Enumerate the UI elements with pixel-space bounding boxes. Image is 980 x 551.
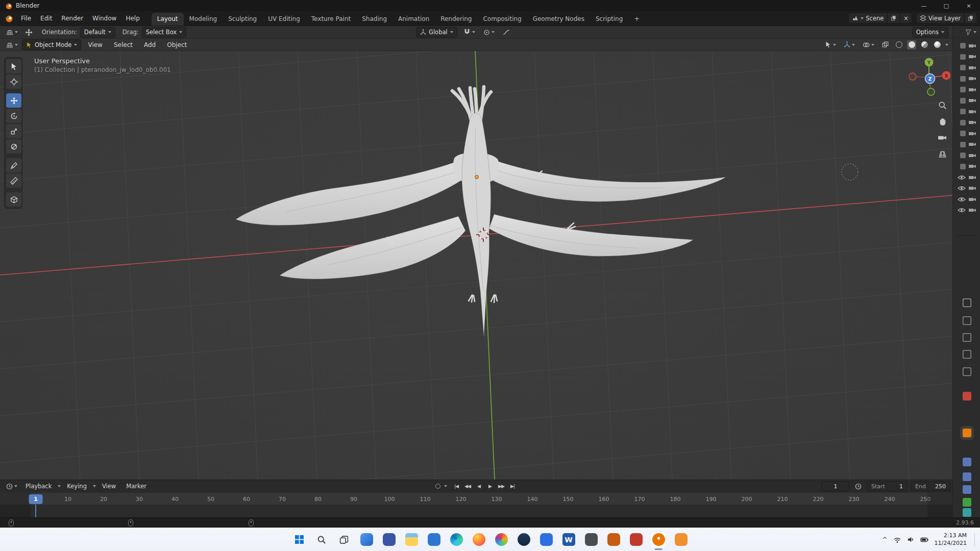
camera-visibility-toggle[interactable] <box>968 97 976 104</box>
editor-type-button[interactable] <box>4 28 20 37</box>
wifi-icon[interactable] <box>893 536 901 543</box>
start-button[interactable] <box>291 532 307 548</box>
drag-dropdown[interactable]: Select Box <box>142 27 187 38</box>
play-reverse-button[interactable]: ◀ <box>474 482 484 491</box>
edge-browser[interactable] <box>448 532 464 548</box>
hide-viewport-toggle[interactable] <box>958 174 966 181</box>
blender[interactable] <box>650 532 667 548</box>
tab-physics[interactable] <box>963 485 971 494</box>
menu-timeline-view[interactable]: View <box>98 481 120 491</box>
workspace-tab[interactable]: Geometry Nodes <box>527 13 590 26</box>
selectability-toggle[interactable] <box>960 76 966 82</box>
tab-output[interactable] <box>963 333 971 342</box>
app-gray[interactable] <box>583 532 599 548</box>
selectability-toggle[interactable] <box>960 142 966 147</box>
selectability-toggle[interactable] <box>960 87 966 92</box>
timeline-track[interactable] <box>0 505 952 517</box>
pan-button[interactable] <box>936 115 948 128</box>
selectability-toggle[interactable] <box>960 43 966 48</box>
tool-measure[interactable] <box>6 173 21 188</box>
play-button[interactable]: ▶ <box>485 482 495 491</box>
camera-visibility-toggle[interactable] <box>968 87 976 93</box>
tab-object[interactable] <box>963 429 971 437</box>
filter-icon[interactable] <box>965 29 971 35</box>
camera-visibility-toggle[interactable] <box>968 207 976 213</box>
jump-end-button[interactable]: ▶| <box>507 482 518 491</box>
jump-start-button[interactable]: |◀ <box>451 482 461 491</box>
snapping-toggle[interactable] <box>461 28 477 37</box>
blender-menu-icon[interactable] <box>4 14 13 23</box>
minimize-button[interactable]: — <box>913 0 935 11</box>
tool-cursor[interactable] <box>6 74 21 89</box>
workspace-tab[interactable]: Layout <box>152 13 184 26</box>
workspace-tab[interactable]: Scripting <box>590 13 628 26</box>
menu-window[interactable]: Window <box>88 13 121 24</box>
task-view-button[interactable] <box>336 532 352 548</box>
tab-material[interactable] <box>963 508 971 517</box>
app-amber[interactable] <box>673 532 689 548</box>
close-button[interactable]: × <box>958 0 980 11</box>
shading-material-button[interactable] <box>920 40 929 49</box>
taskbar-clock[interactable]: 2:13 AM 11/24/2021 <box>935 532 967 547</box>
menu-playback[interactable]: Playback <box>21 481 56 491</box>
shading-solid-button[interactable] <box>907 40 916 49</box>
camera-visibility-toggle[interactable] <box>968 141 976 147</box>
mode-dropdown[interactable]: Object Mode <box>22 39 81 50</box>
menu-viewport-add[interactable]: Add <box>139 40 160 50</box>
timeline-editor-type-button[interactable] <box>4 482 19 491</box>
scene-selector[interactable]: Scene × <box>848 13 912 23</box>
menu-edit[interactable]: Edit <box>36 13 57 24</box>
workspace-tab[interactable]: Compositing <box>477 13 527 26</box>
hide-viewport-toggle[interactable] <box>958 185 966 191</box>
firefox-browser[interactable] <box>471 532 487 548</box>
menu-keying[interactable]: Keying <box>63 481 91 491</box>
workspace-tab[interactable]: Shading <box>356 13 393 26</box>
viewport-editor-type-button[interactable] <box>4 40 20 49</box>
tool-select-box[interactable] <box>6 59 21 73</box>
next-keyframe-button[interactable]: ▶▶ <box>496 482 506 491</box>
proportional-editing-toggle[interactable] <box>481 28 497 37</box>
ortho-toggle-button[interactable] <box>936 148 948 160</box>
menu-viewport-select[interactable]: Select <box>109 40 137 50</box>
app-blue[interactable] <box>538 532 554 548</box>
viewport-canvas[interactable]: User Perspective (1) Collection | pteran… <box>0 51 952 480</box>
tray-expand-button[interactable]: ^ <box>883 536 888 543</box>
auto-key-button[interactable] <box>433 482 443 491</box>
overlays-dropdown[interactable] <box>861 40 876 49</box>
prev-keyframe-button[interactable]: ◀◀ <box>462 482 473 491</box>
selectability-dropdown[interactable] <box>823 40 838 49</box>
new-view-layer-button[interactable] <box>964 13 977 23</box>
new-scene-button[interactable] <box>887 13 900 23</box>
add-workspace-button[interactable]: + <box>630 13 643 24</box>
camera-visibility-toggle[interactable] <box>968 76 976 82</box>
selectability-toggle[interactable] <box>960 109 966 114</box>
camera-visibility-toggle[interactable] <box>968 65 976 71</box>
tool-transform[interactable] <box>6 139 21 154</box>
workspace-tab[interactable]: Sculpting <box>223 13 262 26</box>
menu-viewport-object[interactable]: Object <box>162 40 191 50</box>
gizmos-dropdown[interactable] <box>842 40 857 49</box>
xray-toggle[interactable] <box>880 40 891 49</box>
tab-modifiers[interactable] <box>963 458 971 466</box>
camera-visibility-toggle[interactable] <box>968 54 976 60</box>
menu-help[interactable]: Help <box>121 13 144 24</box>
maximize-button[interactable]: □ <box>935 0 958 11</box>
camera-visibility-toggle[interactable] <box>968 109 976 115</box>
battery-icon[interactable] <box>920 536 929 543</box>
menu-marker[interactable]: Marker <box>122 481 151 491</box>
options-dropdown[interactable]: Options <box>912 27 948 38</box>
camera-visibility-toggle[interactable] <box>968 153 976 159</box>
preview-range-toggle[interactable] <box>853 482 864 491</box>
gizmo-minus-y-ball[interactable] <box>927 88 935 95</box>
camera-visibility-toggle[interactable] <box>968 174 976 181</box>
workspace-tab[interactable]: Rendering <box>435 13 477 26</box>
app-orange-dark[interactable] <box>605 532 622 548</box>
workspace-tab[interactable]: UV Editing <box>262 13 306 26</box>
camera-view-button[interactable] <box>936 132 948 144</box>
unlink-scene-button[interactable]: × <box>900 13 912 23</box>
file-explorer[interactable] <box>403 532 420 548</box>
shading-wireframe-button[interactable] <box>894 40 903 49</box>
tab-object-data[interactable] <box>963 498 971 507</box>
workspace-tab[interactable]: Modeling <box>184 13 223 26</box>
tool-scale[interactable] <box>6 124 21 138</box>
